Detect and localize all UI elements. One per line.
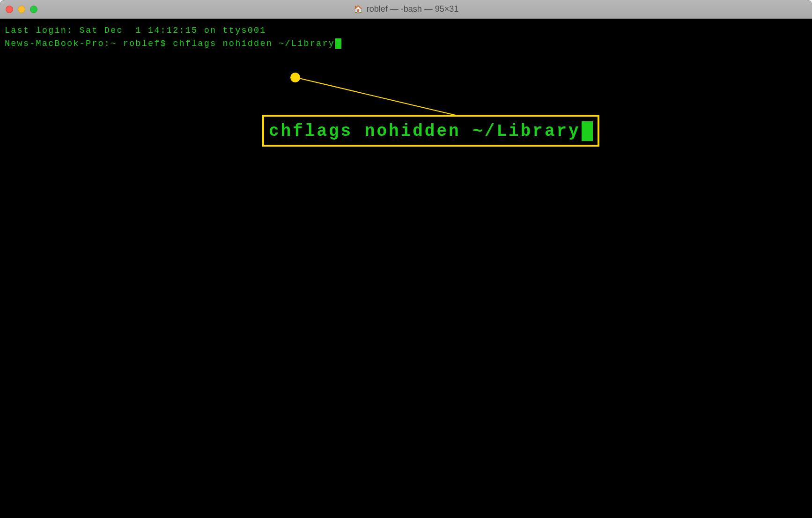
minimize-button[interactable] — [18, 6, 25, 13]
traffic-lights — [6, 6, 37, 13]
svg-line-0 — [295, 77, 464, 117]
callout-dot-icon — [290, 73, 300, 82]
prompt-line: News-MacBook-Pro:~ roblef$ chflags nohid… — [5, 37, 807, 51]
callout-text: chflags nohidden ~/Library — [269, 121, 593, 141]
terminal-body[interactable]: Last login: Sat Dec 1 14:12:15 on ttys00… — [0, 19, 812, 518]
callout-cursor-icon — [582, 121, 593, 141]
callout-box: chflags nohidden ~/Library — [262, 115, 599, 147]
close-button[interactable] — [6, 6, 13, 13]
home-icon: 🏠 — [354, 5, 363, 14]
prompt-text: News-MacBook-Pro:~ roblef$ — [5, 39, 173, 49]
terminal-window: 🏠 roblef — -bash — 95×31 Last login: Sat… — [0, 0, 812, 518]
last-login-line: Last login: Sat Dec 1 14:12:15 on ttys00… — [5, 24, 807, 37]
window-title-text: roblef — -bash — 95×31 — [367, 4, 459, 14]
maximize-button[interactable] — [30, 6, 37, 13]
command-text: chflags nohidden ~/Library — [173, 39, 335, 49]
callout-command-text: chflags nohidden ~/Library — [269, 122, 581, 141]
callout-connector-line — [290, 70, 478, 122]
cursor-icon — [335, 38, 341, 49]
window-title: 🏠 roblef — -bash — 95×31 — [354, 4, 459, 14]
title-bar: 🏠 roblef — -bash — 95×31 — [0, 0, 812, 19]
callout-overlay: chflags nohidden ~/Library — [0, 19, 812, 518]
